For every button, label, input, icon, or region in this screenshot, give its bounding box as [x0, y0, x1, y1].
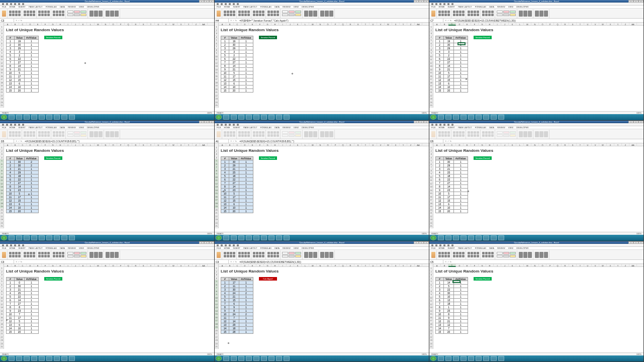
table-cell[interactable]: 11	[436, 75, 444, 78]
table-cell[interactable]: 3	[7, 288, 15, 292]
table-cell[interactable]: 7	[7, 302, 15, 306]
ribbon-button[interactable]	[485, 131, 488, 134]
ribbon-button[interactable]	[441, 255, 444, 257]
table-cell[interactable]: 30	[444, 292, 454, 295]
table-cell[interactable]: 1	[239, 210, 253, 213]
table-cell[interactable]: 3	[436, 288, 444, 292]
cell-style-calc[interactable]	[497, 14, 503, 16]
table-cell[interactable]: 5	[444, 71, 454, 75]
table-cell[interactable]: 1	[454, 320, 468, 323]
table-cell[interactable]: 11	[221, 75, 229, 78]
qat-button[interactable]	[435, 124, 437, 126]
ribbon-button[interactable]	[459, 131, 462, 134]
ribbon-button[interactable]	[56, 11, 58, 13]
table-cell[interactable]: 15	[7, 89, 15, 93]
ribbon-button[interactable]	[56, 14, 58, 16]
table-cell[interactable]: 1	[239, 295, 253, 299]
table-cell[interactable]: 1	[239, 196, 253, 199]
table-cell[interactable]: 1	[25, 40, 39, 43]
fx-icon[interactable]: fx	[235, 19, 237, 22]
table-cell[interactable]: 29	[229, 323, 239, 327]
close-button[interactable]: ×	[209, 0, 214, 3]
ribbon-button[interactable]	[488, 252, 491, 254]
taskbar-item[interactable]	[491, 356, 497, 361]
ribbon-button[interactable]	[24, 131, 26, 134]
ribbon-button[interactable]	[110, 252, 114, 258]
ribbon-button[interactable]	[441, 11, 444, 13]
tab-formulas[interactable]: FORMULAS	[46, 6, 57, 8]
table-cell[interactable]: 1	[454, 185, 468, 189]
table-cell[interactable]: 5	[7, 54, 15, 57]
taskbar-item[interactable]	[253, 235, 259, 240]
cell-style-bad[interactable]	[289, 252, 295, 254]
table-cell[interactable]: 6	[436, 178, 444, 182]
ribbon-button[interactable]	[444, 252, 447, 254]
taskbar-item[interactable]	[491, 115, 497, 120]
table-cell[interactable]: 1	[25, 57, 39, 61]
ribbon-button[interactable]	[256, 131, 258, 134]
cell-style-good[interactable]	[295, 131, 301, 134]
ribbon-button[interactable]	[485, 11, 488, 13]
table-cell[interactable]: 15	[229, 299, 239, 302]
ribbon-button[interactable]	[241, 14, 244, 16]
table-cell[interactable]: 14	[15, 299, 25, 302]
ribbon-button[interactable]	[477, 252, 479, 254]
cell-style-normal[interactable]	[282, 131, 288, 134]
table-cell[interactable]: 13	[221, 203, 229, 206]
min-button[interactable]: ×	[199, 0, 204, 3]
ribbon-button[interactable]	[94, 131, 98, 137]
min-button[interactable]: ×	[628, 121, 633, 123]
paste-button[interactable]	[2, 11, 6, 17]
table-cell[interactable]: 1	[7, 281, 15, 285]
table-cell[interactable]: 22	[444, 57, 454, 61]
cell-style-neutral[interactable]	[510, 134, 516, 137]
table-cell[interactable]: 1	[239, 160, 253, 164]
ribbon-button[interactable]	[47, 255, 50, 257]
table-cell[interactable]: 1	[454, 64, 468, 68]
ribbon-button[interactable]	[259, 252, 261, 254]
ribbon-button[interactable]	[9, 252, 12, 254]
table-cell[interactable]: 8	[436, 64, 444, 68]
ribbon-button[interactable]	[62, 252, 64, 254]
table-cell[interactable]: 5	[436, 54, 444, 57]
cell-style-normal[interactable]	[282, 252, 288, 254]
taskbar-item[interactable]	[498, 115, 504, 120]
taskbar-item[interactable]	[276, 235, 282, 240]
ribbon-button[interactable]	[482, 255, 485, 257]
table-cell[interactable]: 1	[454, 43, 468, 47]
tab-review[interactable]: REVIEW	[497, 126, 505, 129]
table-cell[interactable]: 13	[7, 203, 15, 206]
ribbon-button[interactable]	[256, 14, 258, 16]
taskbar-item[interactable]	[9, 235, 15, 240]
qat-button[interactable]	[443, 3, 445, 5]
max-button[interactable]: ×	[204, 241, 209, 244]
table-cell[interactable]: 23	[15, 309, 25, 313]
table-cell[interactable]: 21	[229, 68, 239, 71]
ribbon-button[interactable]	[59, 11, 61, 13]
table-cell[interactable]: 1	[239, 64, 253, 68]
table-cell[interactable]: 1	[239, 50, 253, 54]
ribbon-button[interactable]	[277, 131, 279, 134]
taskbar-item[interactable]	[31, 115, 37, 120]
ribbon-button[interactable]	[41, 134, 44, 137]
table-cell[interactable]: 1	[239, 203, 253, 206]
ribbon-button[interactable]	[227, 134, 229, 137]
ribbon-button[interactable]	[227, 255, 229, 257]
start-button[interactable]	[1, 356, 7, 361]
table-cell[interactable]: 25	[444, 309, 454, 313]
table-cell[interactable]: 1	[454, 313, 468, 316]
ribbon-button[interactable]	[304, 11, 308, 17]
table-cell[interactable]: 10	[221, 71, 229, 75]
ribbon-button[interactable]	[544, 11, 548, 17]
ribbon-button[interactable]	[115, 131, 119, 137]
table-cell[interactable]: 1	[239, 323, 253, 327]
table-cell[interactable]: 2	[229, 54, 239, 57]
ribbon-button[interactable]	[459, 255, 462, 257]
cell-style-calc[interactable]	[282, 255, 288, 257]
qat-button[interactable]	[439, 124, 441, 126]
table-cell[interactable]: 13	[436, 203, 444, 206]
table-cell[interactable]: 18	[444, 174, 454, 178]
table-cell[interactable]: 1	[25, 64, 39, 68]
ribbon-button[interactable]	[89, 131, 94, 137]
ribbon-button[interactable]	[474, 252, 476, 254]
